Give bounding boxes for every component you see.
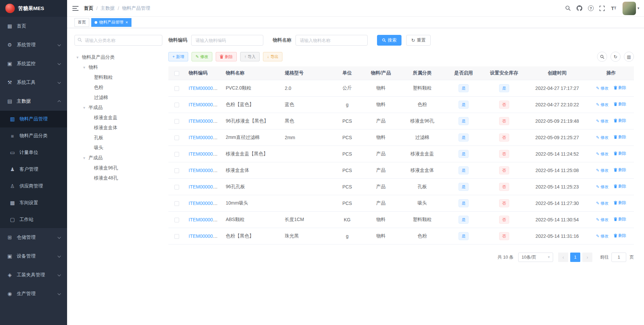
material-code-link[interactable]: ITEM00000051 — [189, 151, 221, 157]
sidebar-item-master-data[interactable]: ▤ 主数据 — [0, 92, 67, 111]
tree-node[interactable]: 移液盒48孔 — [74, 173, 162, 183]
goto-page-input[interactable] — [611, 253, 626, 262]
material-code-link[interactable]: ITEM00000053 — [189, 184, 221, 189]
breadcrumb-home[interactable]: 首页 — [84, 5, 93, 11]
import-button[interactable]: ↑ 导入 — [240, 52, 260, 61]
row-checkbox[interactable] — [174, 86, 179, 91]
tree-node[interactable]: ▾ 物料及产品分类 — [74, 52, 162, 62]
tree-node[interactable]: 色粉 — [74, 83, 162, 93]
help-icon[interactable]: ? — [585, 0, 596, 17]
material-code-link[interactable]: ITEM00000049 — [189, 135, 221, 140]
row-edit-link[interactable]: ✎ 修改 — [596, 86, 608, 91]
tree-node[interactable]: 孔板 — [74, 133, 162, 143]
row-checkbox[interactable] — [174, 136, 179, 140]
sidebar-item-workstation[interactable]: ▢ 工作站 — [0, 211, 67, 228]
sidebar-item-system-monitor[interactable]: ▣ 系统监控 — [0, 54, 67, 73]
row-edit-link[interactable]: ✎ 修改 — [596, 184, 608, 190]
sidebar-item-system-tools[interactable]: ⚒ 系统工具 — [0, 73, 67, 92]
row-checkbox[interactable] — [174, 152, 179, 157]
tab-close-icon[interactable]: × — [125, 20, 128, 24]
reset-button[interactable]: ↻ 重置 — [406, 35, 431, 46]
row-delete-link[interactable]: 删除 — [614, 101, 626, 107]
sidebar-item-material-product-category[interactable]: ≡ 物料产品分类 — [0, 127, 67, 144]
current-page-button[interactable]: 1 — [570, 253, 580, 262]
user-avatar[interactable] — [623, 2, 636, 15]
row-edit-link[interactable]: ✎ 修改 — [596, 118, 608, 124]
row-checkbox[interactable] — [174, 103, 179, 107]
tab-material-product-management[interactable]: 物料产品管理 × — [91, 18, 131, 27]
tree-node[interactable]: 移液盒盒体 — [74, 123, 162, 133]
row-edit-link[interactable]: ✎ 修改 — [596, 168, 608, 173]
sidebar-item-supplier-management[interactable]: ♙ 供应商管理 — [0, 178, 67, 195]
material-code-link[interactable]: ITEM00000055 — [189, 217, 221, 222]
row-delete-link[interactable]: 删除 — [614, 167, 626, 173]
row-delete-link[interactable]: 删除 — [614, 151, 626, 156]
hamburger-icon[interactable] — [67, 0, 84, 17]
row-delete-link[interactable]: 删除 — [614, 233, 626, 238]
github-icon[interactable] — [574, 0, 585, 17]
fullscreen-icon[interactable] — [596, 0, 608, 17]
caret-down-icon[interactable]: ▾ — [83, 65, 87, 70]
select-all-checkbox[interactable] — [174, 71, 179, 76]
delete-button[interactable]: 删除 — [216, 52, 237, 61]
tree-node[interactable]: 塑料颗粒 — [74, 72, 162, 83]
row-checkbox[interactable] — [174, 201, 179, 206]
row-delete-link[interactable]: 删除 — [614, 85, 626, 91]
sidebar-item-customer-management[interactable]: ♟ 客户管理 — [0, 161, 67, 178]
row-checkbox[interactable] — [174, 234, 179, 239]
prev-page-button[interactable]: ‹ — [558, 253, 568, 262]
sidebar-item-fixture-management[interactable]: ◈ 工装夹具管理 — [0, 266, 67, 284]
row-edit-link[interactable]: ✎ 修改 — [596, 102, 608, 108]
columns-toggle-button[interactable]: ▥ — [624, 52, 634, 62]
edit-button[interactable]: ✎ 修改 — [192, 52, 212, 61]
refresh-button[interactable]: ↻ — [610, 52, 621, 62]
toggle-search-button[interactable] — [597, 52, 607, 62]
row-checkbox[interactable] — [174, 185, 179, 189]
row-delete-link[interactable]: 删除 — [614, 183, 626, 189]
add-button[interactable]: + 新增 — [168, 52, 188, 61]
material-code-input[interactable] — [191, 35, 263, 46]
material-name-input[interactable] — [296, 35, 368, 46]
row-checkbox[interactable] — [174, 168, 179, 173]
row-edit-link[interactable]: ✎ 修改 — [596, 135, 608, 141]
material-code-link[interactable]: ITEM00000056 — [189, 233, 221, 239]
row-checkbox[interactable] — [174, 218, 179, 222]
sidebar-item-production-management[interactable]: ◉ 生产管理 — [0, 284, 67, 303]
tree-node[interactable]: 移液盒盒盖 — [74, 113, 162, 123]
material-code-link[interactable]: ITEM00000037 — [189, 86, 221, 91]
row-delete-link[interactable]: 删除 — [614, 200, 626, 206]
row-edit-link[interactable]: ✎ 修改 — [596, 217, 608, 223]
sidebar-item-material-product-management[interactable]: ▥ 物料产品管理 — [0, 111, 67, 127]
sidebar-item-system-management[interactable]: ⚙ 系统管理 — [0, 36, 67, 54]
caret-down-icon[interactable]: ▾ — [83, 105, 87, 110]
tree-node[interactable]: ▾ 物料 — [74, 62, 162, 72]
next-page-button[interactable]: › — [582, 253, 592, 262]
sidebar-item-device-management[interactable]: ▣ 设备管理 — [0, 247, 67, 266]
caret-down-icon[interactable]: ▾ — [76, 55, 80, 60]
tree-node[interactable]: 吸头 — [74, 143, 162, 153]
avatar-caret-icon[interactable]: ▾ — [637, 6, 639, 10]
tree-node[interactable]: ▾ 产成品 — [74, 153, 162, 163]
sidebar-item-measure-unit[interactable]: ▭ 计量单位 — [0, 144, 67, 161]
search-button[interactable]: 搜索 — [377, 35, 401, 46]
search-icon[interactable] — [562, 0, 574, 17]
caret-down-icon[interactable]: ▾ — [83, 156, 87, 160]
tab-home[interactable]: 首页 — [74, 18, 89, 27]
material-code-link[interactable]: ITEM00000052 — [189, 168, 221, 173]
material-code-link[interactable]: ITEM00000054 — [189, 201, 221, 206]
sidebar-item-home[interactable]: ▦ 首页 — [0, 17, 67, 36]
tree-node[interactable]: 移液盒96孔 — [74, 163, 162, 173]
row-checkbox[interactable] — [174, 119, 179, 124]
row-edit-link[interactable]: ✎ 修改 — [596, 233, 608, 239]
sidebar-item-workshop-settings[interactable]: ▩ 车间设置 — [0, 195, 67, 211]
font-size-icon[interactable]: TT — [608, 0, 619, 17]
material-code-link[interactable]: ITEM00000041 — [189, 102, 221, 107]
tree-node[interactable]: 过滤棉 — [74, 93, 162, 103]
material-code-link[interactable]: ITEM00000046 — [189, 118, 221, 124]
category-search-input[interactable] — [74, 35, 162, 46]
row-delete-link[interactable]: 删除 — [614, 216, 626, 222]
row-edit-link[interactable]: ✎ 修改 — [596, 151, 608, 157]
row-edit-link[interactable]: ✎ 修改 — [596, 201, 608, 206]
export-button[interactable]: ↓ 导出 — [263, 52, 282, 61]
page-size-select[interactable]: 10条/页 ▾ — [518, 253, 553, 262]
